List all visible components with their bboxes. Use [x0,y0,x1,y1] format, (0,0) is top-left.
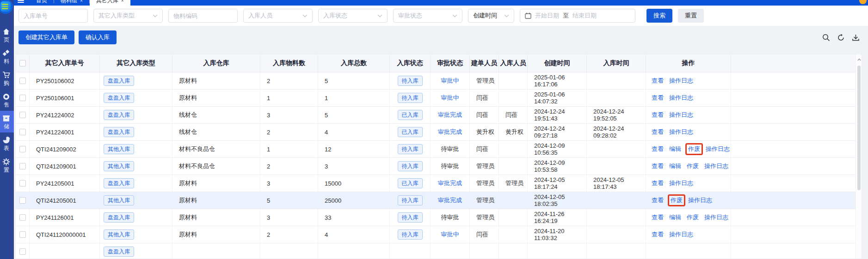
op-link-操作日志[interactable]: 操作日志 [706,145,730,153]
refresh-icon[interactable] [837,34,845,42]
op-link-操作日志[interactable]: 操作日志 [704,213,728,222]
op-link-操作日志[interactable]: 操作日志 [669,128,693,136]
row-checkbox[interactable] [19,78,26,84]
create-inbound-button[interactable]: 创建其它入库单 [18,30,74,44]
cell-materials: 2 [260,158,318,175]
chevron-down-icon [504,14,509,18]
search-icon[interactable] [822,34,830,42]
cell-ops: 查看操作日志 [646,226,731,243]
approval-status[interactable]: 审批中 [441,230,459,239]
vertical-scrollbar[interactable] [856,54,862,259]
sidebar-item-售[interactable]: 售 [0,89,14,111]
confirm-inbound-button[interactable]: 确认入库 [79,30,117,44]
op-link-作废[interactable]: 作废 [688,145,700,153]
cell-created: 2024-11-26 16:24:19 [528,209,587,226]
material-code-input[interactable] [173,12,233,19]
select-all-checkbox[interactable] [19,60,26,66]
cell-warehouse: 原材料 [172,175,260,192]
op-link-操作日志[interactable]: 操作日志 [704,162,728,170]
op-link-查看[interactable]: 查看 [652,145,664,153]
approval-status[interactable]: 审批中 [441,94,459,102]
time-field-select[interactable]: 创建时间 [468,9,514,23]
approval-status[interactable]: 审批中 [441,77,459,85]
op-link-操作日志[interactable]: 操作日志 [669,111,693,119]
cell-total: 15000 [318,175,390,192]
approval-status[interactable]: 审批完成 [438,111,462,119]
tab-其它入库[interactable]: 其它入库× [90,0,130,6]
op-link-作废[interactable]: 作废 [687,213,699,222]
inbound-type-select[interactable]: 其它入库类型 [93,9,163,23]
reset-button[interactable]: 重置 [678,9,704,23]
cell-type: 盘盈入库 [100,124,172,140]
menu-collapse-icon[interactable] [18,0,24,3]
row-checkbox[interactable] [19,180,26,187]
sidebar-item-表[interactable]: 表 [0,133,14,154]
op-link-操作日志[interactable]: 操作日志 [669,230,693,239]
handler-select[interactable]: 入库人员 [243,9,313,23]
tab-首页[interactable]: 首页 [30,0,54,6]
row-checkbox[interactable] [19,112,26,118]
date-separator: 至 [563,12,569,20]
op-link-查看[interactable]: 查看 [652,213,664,222]
op-link-编辑[interactable]: 编辑 [669,145,681,153]
op-link-查看[interactable]: 查看 [652,179,664,187]
op-link-作废[interactable]: 作废 [687,162,699,170]
op-link-查看[interactable]: 查看 [652,111,664,119]
cell-ops: 查看操作日志 [646,90,731,106]
row-checkbox[interactable] [19,146,26,152]
cell-stored [587,141,646,157]
cell-materials: 3 [260,107,318,123]
cell-order: PY241205001 [30,175,100,192]
approval-status[interactable]: 审批完成 [438,128,462,136]
sidebar-item-购[interactable]: 购 [0,67,14,89]
op-link-查看[interactable]: 查看 [652,196,664,205]
row-checkbox[interactable] [19,163,26,169]
row-checkbox[interactable] [19,231,26,238]
tab-物料组[interactable]: 物料组× [54,0,89,6]
row-checkbox[interactable] [19,197,26,204]
scrollbar-thumb[interactable] [857,66,861,190]
close-icon[interactable]: × [121,0,124,3]
op-link-操作日志[interactable]: 操作日志 [688,196,712,205]
cell-type: 其他入库 [100,158,172,175]
op-link-操作日志[interactable]: 操作日志 [669,94,693,102]
download-icon[interactable] [852,34,860,42]
column-header-审批状态: 审批状态 [431,54,470,72]
table-row: PY241126001盘盈入库原材料333待入库待审批管理员2024-11-26… [16,209,862,226]
op-link-查看[interactable]: 查看 [652,230,664,239]
op-link-操作日志[interactable]: 操作日志 [669,179,693,187]
row-checkbox[interactable] [19,95,26,101]
cell-creator: 管理员 [470,192,499,209]
order-no-input[interactable] [24,12,83,19]
op-link-查看[interactable]: 查看 [652,77,664,85]
sidebar-item-储[interactable]: 储 [0,111,14,133]
sidebar-item-页[interactable]: 页 [0,24,14,46]
op-link-查看[interactable]: 查看 [652,128,664,136]
op-link-查看[interactable]: 查看 [652,162,664,170]
cell-materials: 2 [260,124,318,140]
op-link-编辑[interactable]: 编辑 [669,213,681,222]
approval-select[interactable]: 审批状态 [393,9,462,23]
chevron-down-icon [377,14,382,18]
type-badge: 其他入库 [104,229,134,240]
column-header-建单人员: 建单人员 [470,54,499,72]
sidebar-item-料[interactable]: 料 [0,46,14,67]
cell-ops: 查看作废操作日志 [646,192,731,209]
search-button[interactable]: 搜索 [646,9,672,23]
op-link-查看[interactable]: 查看 [652,94,664,102]
scroll-up-icon[interactable] [857,58,861,61]
op-link-操作日志[interactable]: 操作日志 [669,77,693,85]
row-checkbox[interactable] [19,248,26,255]
approval-status[interactable]: 审批完成 [438,196,462,205]
sidebar-item-置[interactable]: 置 [0,154,14,176]
op-link-编辑[interactable]: 编辑 [669,162,681,170]
status-select[interactable]: 入库状态 [318,9,388,23]
row-checkbox[interactable] [19,129,26,135]
date-range-picker[interactable]: 开始日期 至 结束日期 [520,9,635,23]
row-checkbox[interactable] [19,214,26,221]
op-link-作废[interactable]: 作废 [671,196,683,205]
close-icon[interactable]: × [80,0,83,3]
cell-handler [499,158,528,175]
material-code-input-wrap [168,9,238,23]
approval-status[interactable]: 审批完成 [438,179,462,187]
